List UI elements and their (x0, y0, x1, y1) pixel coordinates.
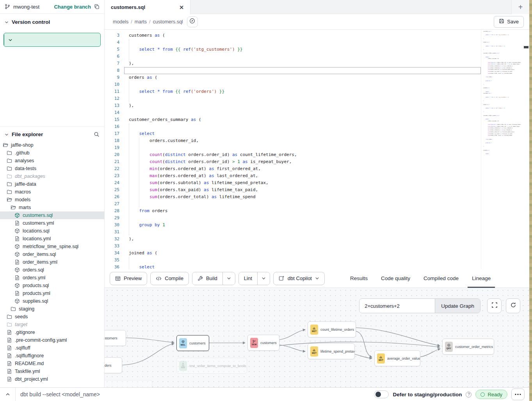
tree-item-jaffle-data[interactable]: jaffle-data (0, 180, 104, 188)
code-line-34[interactable]: joined as ( (124, 250, 481, 257)
compile-button[interactable]: Compile (150, 272, 189, 285)
tree-item-.github[interactable]: .github (0, 149, 104, 157)
code-line-19[interactable] (124, 144, 481, 151)
tree-item-staging[interactable]: staging (0, 305, 104, 313)
tree-item-metricflow-time-spine.sql[interactable]: metricflow_time_spine.sql (0, 243, 104, 250)
tree-item-.sqlfluffignore[interactable]: .sqlfluffignore (0, 352, 104, 360)
fullscreen-button[interactable] (487, 298, 502, 313)
code-line-10[interactable] (124, 81, 481, 88)
code-line-5[interactable]: select * from {{ ref('stg_customers') }} (124, 46, 481, 53)
code-line-25[interactable]: sum(orders.tax_paid) as lifetime_tax_pai… (124, 186, 481, 193)
lint-button[interactable]: Lint (239, 272, 257, 285)
tree-item-data-tests[interactable]: data-tests (0, 165, 104, 172)
lineage-node-customers[interactable]: MDLcustomers (176, 335, 209, 351)
refresh-button[interactable] (506, 298, 520, 313)
lineage-node-customer_order_metrics[interactable]: QRYcustomer_order_metrics (442, 339, 494, 355)
search-icon[interactable] (94, 131, 100, 137)
code-line-3[interactable]: customers as ( (124, 32, 481, 39)
code-line-7[interactable]: ), (124, 60, 481, 67)
tab-customers-sql[interactable]: customers.sql ✕ (105, 0, 190, 14)
code-line-6[interactable] (124, 53, 481, 60)
update-graph-button[interactable]: Update Graph (435, 299, 480, 313)
tab-results[interactable]: Results (343, 269, 374, 288)
tree-item-analyses[interactable]: analyses (0, 157, 104, 165)
lineage-node-lifetime_spend_pretax[interactable]: METlifetime_spend_pretax (308, 343, 355, 359)
editor-scrollbar[interactable] (523, 30, 529, 269)
help-icon[interactable]: ? (466, 392, 472, 397)
code-line-32[interactable]: ), (124, 236, 481, 243)
preview-button[interactable]: Preview (110, 272, 147, 285)
close-icon[interactable]: ✕ (179, 4, 184, 11)
code-line-8[interactable] (124, 67, 481, 74)
copy-icon[interactable] (94, 4, 100, 9)
code-line-23[interactable]: max(orders.ordered_at) as last_ordered_a… (124, 172, 481, 179)
tree-item-readme.md[interactable]: README.md (0, 360, 104, 367)
code-line-16[interactable] (124, 123, 481, 130)
tree-item-customers.yml[interactable]: customers.yml (0, 219, 104, 227)
create-pr-dropdown[interactable] (4, 33, 16, 46)
code-line-29[interactable] (124, 215, 481, 222)
code-line-24[interactable]: sum(orders.subtotal) as lifetime_spend_p… (124, 179, 481, 186)
command-input[interactable]: dbt build --select <model_name> (20, 391, 100, 397)
code-editor[interactable]: 3456789101112131415161718192021222324252… (105, 30, 529, 269)
create-pr-button[interactable]: Create a pull request on Git… (4, 33, 101, 47)
code-line-28[interactable]: from orders (124, 208, 481, 215)
breadcrumb-marts[interactable]: marts (135, 19, 147, 25)
tree-item-jaffle-shop[interactable]: jaffle-shop (0, 141, 104, 149)
code-line-12[interactable] (124, 95, 481, 102)
lint-dropdown[interactable] (257, 272, 270, 285)
save-button[interactable]: Save (494, 16, 524, 28)
tree-item-.sqlfluff[interactable]: .sqlfluff (0, 344, 104, 352)
tree-item-supplies.sql[interactable]: supplies.sql (0, 297, 104, 305)
code-line-14[interactable] (124, 109, 481, 116)
tree-item-order-items.sql[interactable]: order_items.sql (0, 250, 104, 258)
tree-item-dbt-packages[interactable]: dbt_packages (0, 172, 104, 180)
scrollbar-thumb[interactable] (524, 46, 528, 48)
code-line-35[interactable] (124, 257, 481, 264)
tree-item-macros[interactable]: macros (0, 188, 104, 196)
tree-item-orders.sql[interactable]: orders.sql (0, 266, 104, 274)
new-tab-button[interactable]: + (511, 0, 529, 14)
change-branch-link[interactable]: Change branch (54, 4, 91, 10)
code-line-33[interactable] (124, 243, 481, 250)
collapse-panel-button[interactable] (0, 388, 16, 401)
code-line-11[interactable]: select * from {{ ref('orders') }} (124, 88, 481, 95)
build-dropdown[interactable] (222, 272, 235, 285)
tree-item-order-items.yml[interactable]: order_items.yml (0, 258, 104, 266)
tree-item-orders.yml[interactable]: orders.yml (0, 274, 104, 282)
dbt-copilot-button[interactable]: dbt Copilot (273, 272, 325, 285)
more-options-button[interactable] (511, 389, 525, 400)
lineage-node-stg_customers[interactable]: MDLstg_customers (105, 330, 126, 346)
tree-item-products.yml[interactable]: products.yml (0, 289, 104, 297)
code-line-4[interactable] (124, 39, 481, 46)
code-line-22[interactable]: min(orders.ordered_at) as first_ordered_… (124, 165, 481, 172)
tab-compiled-code[interactable]: Compiled code (417, 269, 465, 288)
tree-item-dbt-project.yml[interactable]: dbt_project.yml (0, 375, 104, 383)
code-line-18[interactable]: orders.customer_id, (124, 137, 481, 144)
code-line-20[interactable]: count(distinct orders.order_id) as count… (124, 151, 481, 158)
explore-lineage-button[interactable] (187, 16, 198, 27)
tree-item-seeds[interactable]: seeds (0, 313, 104, 321)
version-control-header[interactable]: Version control (0, 14, 104, 28)
tab-lineage[interactable]: Lineage (465, 269, 497, 288)
breadcrumb-models[interactable]: models (113, 19, 128, 25)
tree-item-taskfile.yml[interactable]: Taskfile.yml (0, 367, 104, 375)
tree-item-target[interactable]: target (0, 321, 104, 328)
tree-item-products.sql[interactable]: products.sql (0, 282, 104, 289)
lineage-node-partial[interactable] (105, 380, 152, 387)
code-line-9[interactable]: orders as ( (124, 74, 481, 81)
lineage-node-average_order_value[interactable]: METaverage_order_value (374, 350, 420, 366)
tree-item-locations.yml[interactable]: locations.yml (0, 235, 104, 243)
code-line-15[interactable]: customer_orders_summary as ( (124, 116, 481, 123)
tree-item-.gitignore[interactable]: .gitignore (0, 328, 104, 336)
tree-item-locations.sql[interactable]: locations.sql (0, 227, 104, 235)
code-line-30[interactable]: group by 1 (124, 222, 481, 229)
code-line-13[interactable]: ), (124, 102, 481, 109)
status-badge[interactable]: Ready (475, 390, 507, 399)
code-line-36[interactable]: select (124, 264, 481, 269)
defer-toggle[interactable] (374, 390, 389, 398)
lineage-node-count_lifetime_orders[interactable]: METcount_lifetime_orders (308, 321, 356, 337)
tree-item-marts[interactable]: marts (0, 204, 104, 211)
code-line-31[interactable] (124, 229, 481, 236)
lineage-selector-input[interactable] (359, 299, 435, 313)
